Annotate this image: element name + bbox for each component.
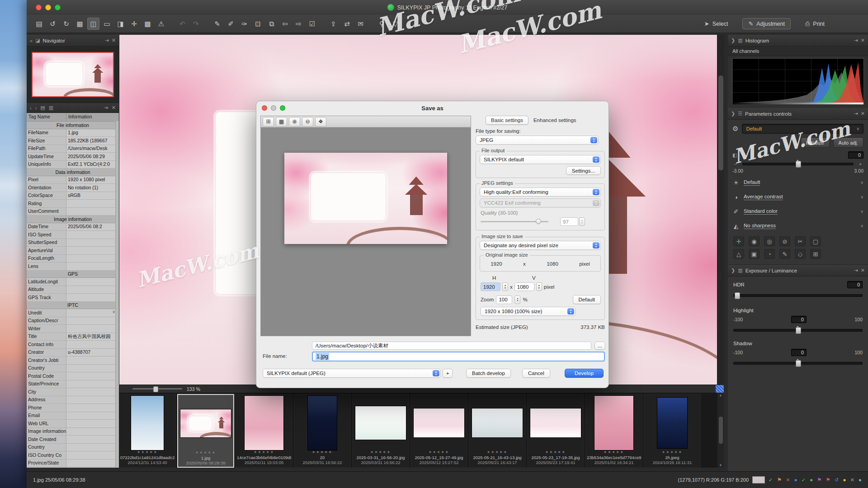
table-row[interactable]: UniqueInfoExif2.1 YCbCr(4:2:0 [27,161,119,169]
table-row[interactable]: Lens [27,263,119,271]
table-row[interactable]: UserComment [27,208,119,216]
rotate-right-icon[interactable]: ↻ [60,18,72,30]
tab-enhanced-settings[interactable]: Enhanced settings [528,116,581,124]
settings-button[interactable]: Settings... [566,166,601,175]
table-row[interactable]: Country [27,444,119,452]
highlight-slider-knob[interactable] [796,327,801,334]
table-row[interactable]: Phone [27,404,119,412]
image-vertical-scrollbar[interactable] [717,35,724,385]
scroll-down-icon[interactable]: ▼ [719,464,722,467]
select-check-icon[interactable]: ☑ [306,18,318,30]
develop-preset-select[interactable]: SILKYPIX default (JPEG) ▲▼ [263,369,441,378]
shadow-slider[interactable]: ▼ [733,362,863,365]
table-row[interactable]: Postal Code [27,372,119,380]
dot-cyan-icon[interactable]: ● [859,477,862,483]
table-row[interactable]: City [27,388,119,396]
zoom-slider[interactable] [132,388,182,389]
revert-icon[interactable]: ↺ [835,477,839,483]
dock-icon[interactable]: ⇥ [104,105,108,111]
add-preset-button[interactable]: + [443,369,453,378]
table-row[interactable]: FileSize185.22KB (189667 [27,137,119,145]
table-row[interactable]: ISO Speed [27,231,119,239]
save-path-field[interactable]: /Users/macw/Desktop/小说素材 [312,342,591,350]
tool-icon[interactable]: ✛ [733,236,744,246]
table-row[interactable]: Title粉色古风中国风校园 [27,333,119,341]
close-icon[interactable]: ✕ [112,105,116,111]
filmstrip-item[interactable]: ★★★★★23b534a36ec1ee5d7794ce962025/01/02 … [585,394,642,468]
marking-pen-icon[interactable]: ✎ [211,18,223,30]
collapse-right-icon[interactable]: ❯ [731,38,735,43]
select-mode-button[interactable]: ➤ Select [699,19,734,29]
tool-icon[interactable]: ✂ [795,236,806,246]
filmstrip-item[interactable]: ★★★★★2h.jpeg2024/10/26 16:11:31 [644,394,701,468]
print-button[interactable]: ⎙ Print [800,19,830,29]
dropdown-caret-icon[interactable]: ∨ [112,310,115,314]
close-icon[interactable]: ✕ [112,38,116,43]
combination-view-icon[interactable]: ◫ [87,18,99,30]
highlight-check-icon[interactable]: ▩ [142,18,154,30]
preview-view-icon[interactable]: ▭ [101,18,113,30]
star-rating[interactable]: ★★★★★ [604,450,624,455]
tag-name-column-header[interactable]: Tag Name [27,113,66,121]
gear-icon[interactable]: ⚙ [732,125,738,133]
table-row[interactable]: Country [27,365,119,373]
width-input[interactable]: 1920 [481,282,500,291]
table-row[interactable]: Web URL [27,420,119,428]
table-row[interactable]: Creatoru-4388707 [27,349,119,357]
tab-basic-settings[interactable]: Basic settings [486,116,528,125]
star-rating[interactable]: ★★★★★ [254,450,274,455]
scroll-up-icon[interactable]: ▲ [719,394,722,397]
dot-yellow-icon[interactable]: ● [843,477,846,483]
table-row[interactable]: City [27,467,119,468]
star-rating[interactable]: ★★★★★ [312,450,333,455]
close-icon[interactable]: ✕ [861,38,865,43]
tool-icon[interactable]: ◎ [764,236,775,246]
filmstrip-item[interactable]: ★★★★★2025-05-12_15-27-49.jpg2025/05/12 1… [410,394,467,468]
table-row[interactable]: DateTime2025/05/06 08:2 [27,223,119,231]
flag-red-icon[interactable]: ⚑ [826,477,830,483]
table-row[interactable]: ApertureVal [27,247,119,255]
tool-icon[interactable]: ◇ [795,249,806,259]
histogram-channel-row[interactable]: All channels [728,47,868,56]
adjustment-mode-button[interactable]: ✎ Adjustment [742,18,790,29]
filmstrip-item[interactable]: ★★★★★2025-03-31_16-56-20.jpg2025/03/31 1… [352,394,409,468]
white-balance-row[interactable]: ☀ Default ∨ [732,177,863,188]
tool-icon[interactable]: ⊞ [810,249,821,259]
prev-pane-icon[interactable]: ‹ [30,105,32,111]
table-row[interactable]: State/Province [27,380,119,389]
table-row[interactable]: FileName1.jpg [27,129,119,137]
filmstrip-scrollbar[interactable]: ▲ ▼ [717,393,724,468]
initialize-button[interactable]: Initialize [801,137,830,148]
close-icon[interactable]: ✕ [861,267,865,273]
check-green-icon[interactable]: ✓ [802,477,806,483]
table-row[interactable]: Caption/Descr [27,317,119,325]
dot-blue-icon[interactable]: ● [794,477,797,483]
thumbnail-view-icon[interactable]: ▦ [74,18,86,30]
collapse-left-icon[interactable]: « [30,38,33,43]
table-row[interactable]: Unedit∨ [27,309,119,317]
table-row[interactable]: FilePath/Users/macw/Desk [27,145,119,153]
browse-button[interactable]: ... [594,342,605,350]
comment-tab-icon[interactable]: ▤ [40,105,45,111]
tool-icon[interactable]: ◉ [749,236,760,246]
star-rating[interactable]: ★★★★★ [545,450,566,455]
mail-icon[interactable]: ✉ [354,18,367,30]
batch-develop-button[interactable]: Batch develop [466,369,511,378]
default-zoom-button[interactable]: Default [573,295,601,304]
hdr-slider-knob[interactable] [735,292,740,299]
jpeg-quality-mode-select[interactable]: High quality:Exif conforming ▲▼ [480,188,601,197]
filmstrip-item[interactable]: ★★★★★14ce7cae3b66ef4b8e0109d8c2025/01/11… [236,394,292,468]
table-row[interactable]: ISO Country Co [27,451,119,460]
dock-icon[interactable]: ⇥ [854,38,858,43]
filmstrip-item[interactable]: ★★★★★07222bd1c1a91241d8aadc2e2024/12/31 … [119,394,176,468]
file-type-select[interactable]: JPEG ▲▼ [476,136,599,145]
metadata-scrollbar[interactable] [115,121,119,468]
develop-button[interactable]: Develop [565,369,604,378]
folder-tab-icon[interactable]: ▥ [49,105,53,111]
filmstrip-item[interactable]: ★★★★★1.jpg2025/05/06 08:29:38 [177,394,234,468]
zoom-in-icon[interactable]: ⊕ [289,117,300,127]
navigator-preview[interactable] [27,47,119,103]
table-row[interactable]: Address [27,396,119,404]
tool-icon[interactable]: △ [733,249,744,259]
tool-icon[interactable]: ▢ [810,236,821,246]
